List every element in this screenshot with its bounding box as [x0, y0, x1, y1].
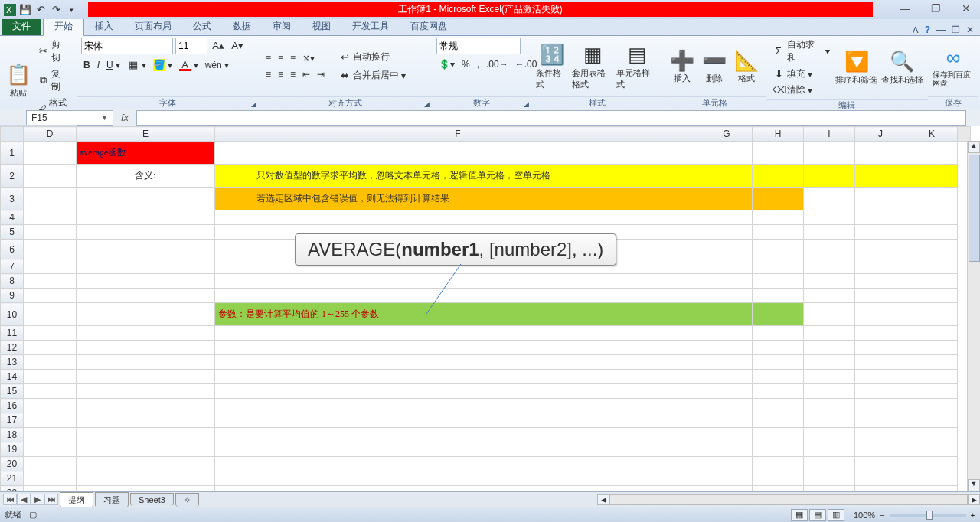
- cell[interactable]: [24, 486, 77, 492]
- cell[interactable]: [77, 457, 215, 471]
- cell[interactable]: [77, 413, 215, 428]
- cell[interactable]: [24, 457, 77, 471]
- cell[interactable]: [804, 457, 855, 471]
- cell[interactable]: [906, 259, 958, 274]
- autosum-button[interactable]: Σ自动求和▾: [770, 38, 832, 65]
- cell[interactable]: [804, 486, 855, 492]
- cell[interactable]: [753, 355, 804, 370]
- cell[interactable]: [906, 341, 958, 355]
- cell[interactable]: [701, 165, 753, 188]
- cell[interactable]: [906, 326, 958, 341]
- qat-dropdown-icon[interactable]: ▾: [64, 3, 78, 17]
- number-dialog-icon[interactable]: ◢: [524, 100, 529, 108]
- sheet-tab-1[interactable]: 习题: [95, 492, 129, 507]
- cell[interactable]: [77, 341, 215, 355]
- cell[interactable]: [906, 289, 958, 303]
- cell[interactable]: [24, 259, 77, 274]
- row-header-19[interactable]: 19: [1, 442, 24, 457]
- cell[interactable]: [855, 274, 906, 289]
- cell[interactable]: [804, 289, 855, 303]
- tab-insert[interactable]: 插入: [84, 18, 124, 35]
- cell[interactable]: [701, 274, 753, 289]
- cell[interactable]: [24, 442, 77, 457]
- row-header-12[interactable]: 12: [1, 341, 24, 355]
- view-normal-icon[interactable]: ▦: [791, 509, 808, 521]
- paste-button[interactable]: 📋 粘贴: [5, 55, 31, 106]
- cell[interactable]: [77, 225, 215, 240]
- cell[interactable]: [906, 225, 958, 240]
- cell[interactable]: [753, 370, 804, 384]
- cell[interactable]: 参数：是要计算平均值的 1～255 个参数: [215, 303, 701, 326]
- cell[interactable]: [855, 486, 906, 492]
- cell[interactable]: [753, 240, 804, 259]
- cell[interactable]: [855, 142, 906, 165]
- cell[interactable]: [753, 413, 804, 428]
- cell[interactable]: [855, 289, 906, 303]
- tab-view[interactable]: 视图: [302, 18, 341, 35]
- align-right-button[interactable]: ≡: [288, 68, 298, 80]
- doc-minimize-icon[interactable]: —: [936, 24, 946, 35]
- cell[interactable]: [77, 442, 215, 457]
- cell[interactable]: [804, 225, 855, 240]
- cell[interactable]: 若选定区域中包含错误值，则无法得到计算结果: [215, 188, 701, 210]
- cell[interactable]: [24, 355, 77, 370]
- cell[interactable]: [753, 326, 804, 341]
- row-header-9[interactable]: 9: [1, 289, 24, 303]
- row-header-6[interactable]: 6: [1, 240, 24, 259]
- col-header-J[interactable]: J: [855, 127, 906, 142]
- cell[interactable]: [24, 428, 77, 442]
- cell[interactable]: [804, 142, 855, 165]
- scroll-up-icon[interactable]: ▲: [968, 141, 980, 153]
- cell[interactable]: [804, 471, 855, 486]
- cell[interactable]: [753, 384, 804, 399]
- cell[interactable]: [855, 326, 906, 341]
- sheet-nav-first[interactable]: ⏮: [3, 494, 17, 505]
- row-header-21[interactable]: 21: [1, 471, 24, 486]
- cell[interactable]: [215, 471, 701, 486]
- sort-filter-button[interactable]: 🔽排序和筛选: [835, 42, 877, 93]
- orientation-button[interactable]: ⤭▾: [300, 52, 317, 64]
- scroll-thumb[interactable]: [969, 155, 980, 262]
- col-header-F[interactable]: F: [215, 127, 701, 142]
- cell[interactable]: [855, 384, 906, 399]
- cell[interactable]: [855, 240, 906, 259]
- cell[interactable]: [804, 274, 855, 289]
- row-header-4[interactable]: 4: [1, 210, 24, 225]
- sheet-tab-2[interactable]: Sheet3: [130, 493, 174, 506]
- row-header-20[interactable]: 20: [1, 457, 24, 471]
- conditional-format-button[interactable]: 🔢条件格式: [536, 41, 569, 92]
- indent-increase-button[interactable]: ⇥: [315, 68, 327, 80]
- select-all-corner[interactable]: [1, 127, 24, 142]
- cut-button[interactable]: ✂剪切: [34, 38, 72, 65]
- row-header-18[interactable]: 18: [1, 428, 24, 442]
- cell[interactable]: [701, 486, 753, 492]
- cell[interactable]: [24, 240, 77, 259]
- font-name-select[interactable]: [81, 38, 173, 54]
- cell[interactable]: [906, 355, 958, 370]
- cell[interactable]: [753, 225, 804, 240]
- cell[interactable]: [701, 471, 753, 486]
- col-header-E[interactable]: E: [77, 127, 215, 142]
- view-page-break-icon[interactable]: ▥: [828, 509, 844, 521]
- increase-decimal-button[interactable]: .00→: [484, 58, 511, 70]
- cell[interactable]: [804, 399, 855, 413]
- cell[interactable]: [906, 384, 958, 399]
- cell[interactable]: [701, 399, 753, 413]
- doc-restore-icon[interactable]: ❐: [952, 24, 960, 35]
- number-format-select[interactable]: [436, 38, 521, 54]
- cell[interactable]: [215, 142, 701, 165]
- row-header-7[interactable]: 7: [1, 259, 24, 274]
- tab-page-layout[interactable]: 页面布局: [124, 18, 182, 35]
- cell[interactable]: [24, 326, 77, 341]
- cell[interactable]: [77, 326, 215, 341]
- decrease-font-button[interactable]: A▾: [229, 39, 246, 53]
- cell[interactable]: [804, 370, 855, 384]
- zoom-out-button[interactable]: −: [880, 511, 884, 520]
- cell[interactable]: [77, 384, 215, 399]
- cell[interactable]: [24, 188, 77, 210]
- align-center-button[interactable]: ≡: [276, 68, 286, 80]
- cell[interactable]: [753, 442, 804, 457]
- underline-button[interactable]: U▾: [104, 59, 122, 71]
- phonetic-button[interactable]: wén▾: [203, 59, 231, 71]
- view-page-layout-icon[interactable]: ▤: [809, 509, 826, 521]
